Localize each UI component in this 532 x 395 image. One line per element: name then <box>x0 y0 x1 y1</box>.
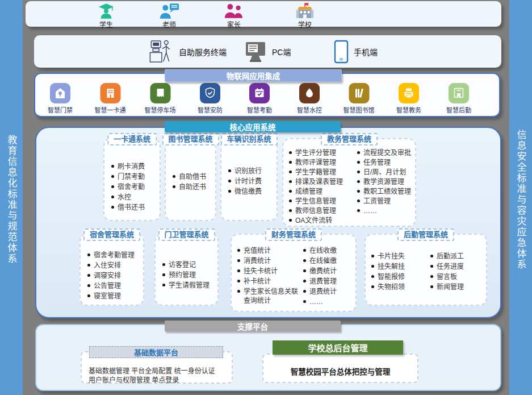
bullet-icon <box>289 219 292 222</box>
list-item: 访客登记 <box>162 260 215 269</box>
list-item: 排课及课表管理 <box>289 177 355 186</box>
iot-item-label: 智慧图书馆 <box>344 105 375 114</box>
bullet-icon <box>87 274 90 277</box>
bullet-icon <box>111 165 114 168</box>
parking-icon <box>150 83 170 103</box>
terminal-label: 自助服务终端 <box>179 46 227 57</box>
terminals-panel: 自助服务终端 PC端 手机端 <box>34 35 501 68</box>
list-item: …… <box>357 206 413 215</box>
item-label: 刷卡消费 <box>118 162 145 171</box>
item-label: 流程提交及审批 <box>363 148 411 157</box>
item-label: 学生家长信息关联查询统计 <box>244 287 301 305</box>
bullet-icon <box>111 185 114 188</box>
item-label: …… <box>309 297 323 306</box>
terminal-group-pc: PC端 <box>244 41 291 63</box>
bullet-icon <box>228 190 231 193</box>
list-item: 入住安排 <box>87 261 141 270</box>
bullet-icon <box>162 284 165 286</box>
library-books-icon <box>349 83 369 103</box>
item-label: 教学资源管理 <box>363 177 404 186</box>
user-label: 家长 <box>227 19 241 29</box>
bullet-icon <box>371 285 374 288</box>
item-label: 教职工绩效管理 <box>363 187 411 196</box>
item-label: 学生请假管理 <box>169 281 210 290</box>
iot-item-label: 智慧后勤 <box>446 105 471 114</box>
bullet-icon <box>357 151 360 154</box>
right-sidebar-title: 信息安全标准与容灾应急体系 <box>514 130 528 270</box>
bullet-icon <box>430 265 433 268</box>
user-group-school: 学校 <box>294 3 316 29</box>
teacher-icon <box>158 3 180 19</box>
list-item: 寝室管理 <box>87 292 141 301</box>
bullet-icon <box>357 190 360 193</box>
item-label: 借书还书 <box>118 203 145 212</box>
bullet-icon <box>111 175 114 178</box>
terminal-label: 手机端 <box>354 46 378 57</box>
core-header: 核心应用系统 <box>165 121 341 132</box>
student-icon <box>97 3 115 19</box>
list-item: 宿舍考勤管理 <box>87 251 141 260</box>
item-label: 学生信息管理 <box>295 197 336 206</box>
security-shield-icon <box>200 83 220 103</box>
bullet-icon <box>87 253 90 256</box>
list-item: …… <box>303 297 353 306</box>
iot-item-label: 智慧停车场 <box>145 105 176 114</box>
item-label: 识别放行 <box>234 167 262 176</box>
bullet-icon <box>371 275 374 278</box>
box-title: 宿舍管理系统 <box>83 228 140 241</box>
iot-item-library: 智慧图书馆 <box>344 83 375 114</box>
iot-item-label: 智慧教务 <box>396 105 421 114</box>
base-data-platform-header: 基础数据平台 <box>89 346 223 358</box>
list-item: OA文件流转 <box>289 216 355 225</box>
bullet-icon <box>357 161 360 164</box>
bullet-icon <box>303 280 306 282</box>
item-label: 任务管理 <box>363 158 391 167</box>
system-box-dormitory: 宿舍管理系统 宿舍考勤管理 入住安排 调寝安排 公告管理 寝室管理 <box>79 234 144 306</box>
iot-item-logistics: 智慧后勤 <box>446 83 471 114</box>
bullet-icon <box>289 151 292 154</box>
list-item: 刷卡消费 <box>111 162 157 171</box>
bullet-icon <box>303 290 306 293</box>
bullet-icon <box>87 294 90 297</box>
bullet-icon <box>357 199 360 202</box>
list-item: 缴费统计 <box>303 267 353 276</box>
bullet-icon <box>289 171 292 173</box>
list-item: 在线收缴 <box>303 246 353 255</box>
list-item: 公告管理 <box>87 281 141 290</box>
bullet-icon <box>357 171 360 173</box>
item-label: 消费统计 <box>244 256 271 265</box>
list-item: 智能报修 <box>371 272 428 281</box>
list-item: 日/周、月计划 <box>357 168 413 177</box>
iot-item-label: 智慧一卡通 <box>95 105 126 114</box>
item-label: 挂失卡统计 <box>244 267 278 276</box>
bullet-icon <box>289 199 292 202</box>
box-title: 车辆识别系统 <box>220 133 277 145</box>
item-label: 公告管理 <box>94 281 121 290</box>
list-item: 工资管理 <box>357 197 413 206</box>
list-item: 留言板 <box>430 272 484 281</box>
list-item: 在线催缴 <box>303 256 353 265</box>
user-label: 学生 <box>99 19 113 29</box>
admin-content: 智慧校园平台总体把控与管理 <box>291 360 391 377</box>
bullet-icon <box>237 280 240 282</box>
item-label: 自助还书 <box>179 182 206 192</box>
one-card-icon <box>100 83 120 103</box>
item-label: 补卡统计 <box>244 277 271 286</box>
list-item: 自助借书 <box>173 172 213 181</box>
bullet-icon <box>87 284 90 287</box>
item-label: OA文件流转 <box>295 216 332 225</box>
box-title: 门卫管理系统 <box>158 228 215 241</box>
list-item: 学生评分管理 <box>289 148 355 157</box>
list-item: 计时计费 <box>228 177 274 186</box>
iot-item-attendance: 智慧考勤 <box>247 83 272 114</box>
terminal-group-phone: 手机端 <box>334 40 378 64</box>
list-item: 微信缴费 <box>228 187 274 196</box>
iot-item-door-access: 智慧门禁 <box>48 83 73 114</box>
bullet-icon <box>371 265 374 268</box>
bullet-icon <box>430 285 433 288</box>
user-group-parents: 家长 <box>224 3 244 29</box>
school-icon <box>294 3 316 19</box>
terminal-group-kiosk: 自助服务终端 <box>148 39 227 64</box>
list-item: 成绩管理 <box>289 187 355 196</box>
item-label: 智能报修 <box>378 272 405 281</box>
